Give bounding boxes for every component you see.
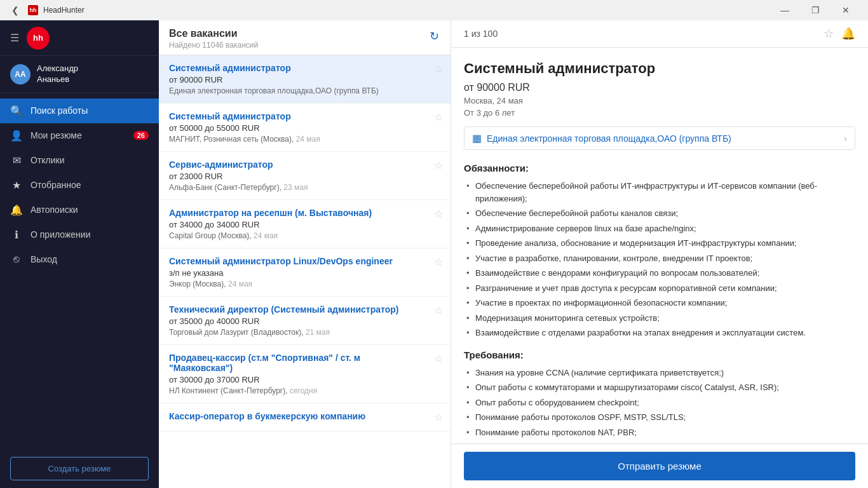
star-button[interactable]: ☆ [434,304,443,316]
job-item[interactable]: Системный администратор от 90000 RUR Еди… [159,55,451,104]
header-actions: ☆ 🔔 [824,27,855,41]
star-button[interactable]: ☆ [434,159,443,172]
job-item[interactable]: Кассир-оператор в букмекерскую компанию … [159,403,451,431]
job-list-count: Найдено 11046 вакансий [169,41,258,50]
nav-icon-my-resumes: 👤 [10,130,23,142]
maximize-button[interactable]: ❐ [801,0,830,20]
close-button[interactable]: ✕ [831,0,860,20]
job-item-company: МАГНИТ, Розничная сеть (Москва), 24 мая [169,135,440,144]
job-item-title: Технический директор (Системный админист… [169,304,440,315]
job-item-salary: от 34000 до 34000 RUR [169,220,440,229]
sidebar-item-responses[interactable]: ✉ Отклики [0,148,159,173]
job-item[interactable]: Системный администратор от 50000 до 5500… [159,104,451,152]
bookmark-button[interactable]: ☆ [824,27,834,41]
job-item-salary: от 50000 до 55000 RUR [169,123,440,133]
jd-title: Системный администратор [464,60,855,77]
job-item-company: Энкор (Москва), 24 мая [169,280,440,288]
notification-button[interactable]: 🔔 [841,27,855,41]
sidebar-item-about[interactable]: ℹ О приложении [0,222,159,247]
responsibility-item: Разграничение и учет прав доступа к ресу… [464,282,855,295]
minimize-button[interactable]: — [770,0,799,20]
nav-label-about: О приложении [31,229,90,240]
job-list-title: Все вакансии [169,28,258,39]
job-item-company: Capital Group (Москва), 24 мая [169,231,440,240]
app-body: ☰ hh АА Александр Ананьев 🔍 Поиск работы… [0,20,868,488]
job-item[interactable]: Продавец-кассир (ст.м "Спортивная" / ст.… [159,345,451,403]
job-item-company: Альфа-Банк (Санкт-Петербург), 23 мая [169,183,440,192]
app-icon: hh [28,5,38,15]
star-button[interactable]: ☆ [434,63,443,75]
nav-icon-responses: ✉ [10,154,23,166]
avatar: АА [10,64,31,85]
job-item-company: Торговый дом Лазурит (Владивосток), 21 м… [169,328,440,337]
job-item-title: Сервис-администратор [169,159,440,170]
hh-logo: hh [27,27,50,50]
jd-company-name: Единая электронная торговая площадка,ОАО… [487,133,839,144]
responsibilities-list: Обеспечение бесперебойной работы ИТ-инфр… [464,180,855,339]
responsibilities-title: Обязанности: [464,163,855,173]
star-button[interactable]: ☆ [434,256,443,268]
job-item[interactable]: Системный администратор Linux/DevOps eng… [159,248,451,297]
sidebar-user: АА Александр Ананьев [0,56,159,93]
nav-label-favorites: Отобранное [31,180,81,190]
requirement-item: Знания на уровне CCNA (наличие сертифика… [464,367,855,379]
app-title: HeadHunter [43,6,765,15]
job-item-title: Кассир-оператор в букмекерскую компанию [169,411,440,421]
star-button[interactable]: ☆ [434,208,443,220]
nav-label-job-search: Поиск работы [31,105,88,116]
sidebar: ☰ hh АА Александр Ананьев 🔍 Поиск работы… [0,20,159,488]
user-name: Александр Ананьев [37,64,78,85]
chevron-right-icon: › [844,133,847,144]
requirement-item: Опыт работы с коммутаторами и маршрутиза… [464,381,855,394]
job-list-scroll[interactable]: Системный администратор от 90000 RUR Еди… [159,55,451,488]
job-item-title: Системный администратор [169,111,440,121]
nav-label-autosearch: Автопоиски [31,205,78,215]
window-controls: — ❐ ✕ [770,0,860,20]
star-button[interactable]: ☆ [434,111,443,123]
job-item-company: НЛ Континент (Санкт-Петербург), сегодня [169,386,440,395]
jd-company-row[interactable]: ▦ Единая электронная торговая площадка,О… [464,126,855,150]
jd-location: Москва, 24 мая [464,96,855,105]
apply-button[interactable]: Отправить резюме [464,452,855,480]
pagination-text: 1 из 100 [464,29,498,39]
nav-icon-job-search: 🔍 [10,105,23,117]
job-item[interactable]: Технический директор (Системный админист… [159,297,451,345]
company-icon: ▦ [472,132,482,144]
refresh-button[interactable]: ↻ [428,28,440,44]
responsibility-item: Обеспечение бесперебойной работы каналов… [464,207,855,220]
star-button[interactable]: ☆ [434,353,443,365]
jd-salary: от 90000 RUR [464,82,855,93]
requirements-list: Знания на уровне CCNA (наличие сертифика… [464,367,855,439]
requirement-item: Понимание работы протоколов OSPF, MSTP, … [464,411,855,424]
hamburger-button[interactable]: ☰ [10,32,19,44]
job-item-title: Системный администратор Linux/DevOps eng… [169,256,440,266]
sidebar-item-logout[interactable]: ⎋ Выход [0,247,159,271]
star-button[interactable]: ☆ [434,411,443,423]
responsibility-item: Участие в разработке, планировании, конт… [464,252,855,265]
responsibility-item: Модернизация мониторинга сетевых устройс… [464,312,855,325]
sidebar-item-favorites[interactable]: ★ Отобранное [0,173,159,198]
back-button[interactable]: ❮ [8,3,23,18]
nav-icon-logout: ⎋ [10,254,23,265]
job-item[interactable]: Администратор на ресепшн (м. Выставочная… [159,200,451,248]
job-item[interactable]: Сервис-администратор от 23000 RUR Альфа-… [159,152,451,200]
requirement-item: Понимание работы протоколов NAT, PBR; [464,426,855,439]
job-detail-panel: 1 из 100 ☆ 🔔 Системный администратор от … [451,20,868,488]
create-resume-button[interactable]: Создать резюме [10,457,149,480]
job-list-panel: Все вакансии Найдено 11046 вакансий ↻ Си… [159,20,451,488]
job-item-title: Продавец-кассир (ст.м "Спортивная" / ст.… [169,353,440,373]
job-detail-footer: Отправить резюме [451,444,868,488]
nav-icon-autosearch: 🔔 [10,204,23,216]
responsibility-item: Обеспечение бесперебойной работы ИТ-инфр… [464,180,855,205]
job-item-salary: от 35000 до 40000 RUR [169,316,440,326]
job-item-salary: з/п не указана [169,268,440,278]
sidebar-item-autosearch[interactable]: 🔔 Автопоиски [0,198,159,222]
sidebar-item-my-resumes[interactable]: 👤 Мои резюме 26 [0,123,159,148]
sidebar-item-job-search[interactable]: 🔍 Поиск работы [0,98,159,123]
sidebar-nav: 🔍 Поиск работы 👤 Мои резюме 26 ✉ Отклики… [0,93,159,449]
job-detail-header: 1 из 100 ☆ 🔔 [451,20,868,48]
nav-icon-about: ℹ [10,229,23,241]
nav-label-my-resumes: Мои резюме [31,130,82,140]
job-detail-scroll[interactable]: Системный администратор от 90000 RUR Мос… [451,48,868,444]
job-item-company: Единая электронная торговая площадка,ОАО… [169,86,440,95]
